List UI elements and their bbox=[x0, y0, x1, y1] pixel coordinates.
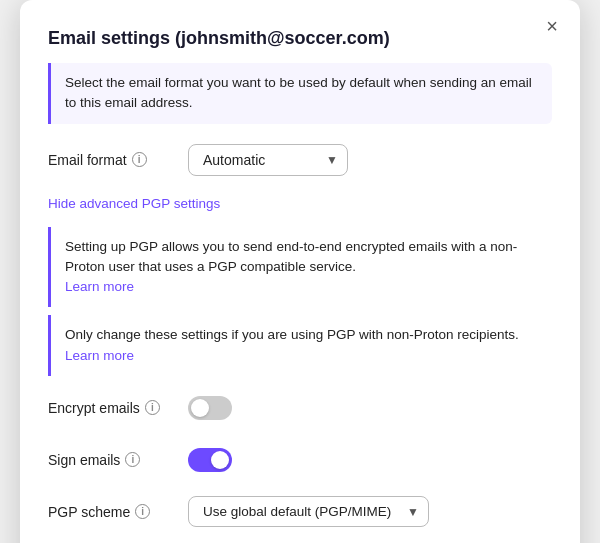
email-format-select[interactable]: Automatic Plain text HTML bbox=[188, 144, 348, 176]
pgp-scheme-label-text: PGP scheme bbox=[48, 504, 130, 520]
pgp-scheme-label: PGP scheme i bbox=[48, 504, 188, 520]
encrypt-emails-info-icon[interactable]: i bbox=[145, 400, 160, 415]
encrypt-emails-row: Encrypt emails i bbox=[48, 390, 552, 426]
pgp-learn-more-2-link[interactable]: Learn more bbox=[65, 348, 134, 363]
email-format-label-text: Email format bbox=[48, 152, 127, 168]
encrypt-emails-label: Encrypt emails i bbox=[48, 400, 188, 416]
sign-emails-label: Sign emails i bbox=[48, 452, 188, 468]
dialog-title: Email settings (johnsmith@soccer.com) bbox=[48, 28, 552, 49]
pgp-scheme-row: PGP scheme i Use global default (PGP/MIM… bbox=[48, 494, 552, 530]
sign-emails-toggle[interactable] bbox=[188, 448, 232, 472]
pgp-info-box-2: Only change these settings if you are us… bbox=[48, 315, 552, 376]
encrypt-emails-label-text: Encrypt emails bbox=[48, 400, 140, 416]
sign-emails-row: Sign emails i bbox=[48, 442, 552, 478]
pgp-scheme-select-wrap: Use global default (PGP/MIME) PGP/MIME P… bbox=[188, 496, 429, 527]
sign-emails-toggle-track bbox=[188, 448, 232, 472]
encrypt-emails-toggle[interactable] bbox=[188, 396, 232, 420]
email-format-info-icon[interactable]: i bbox=[132, 152, 147, 167]
email-format-select-wrap: Automatic Plain text HTML ▼ bbox=[188, 144, 348, 176]
pgp-info-box-1-text: Setting up PGP allows you to send end-to… bbox=[65, 239, 517, 274]
hide-pgp-settings-link[interactable]: Hide advanced PGP settings bbox=[48, 196, 220, 211]
info-box-text: Select the email format you want to be u… bbox=[65, 75, 532, 110]
encrypt-emails-toggle-thumb bbox=[191, 399, 209, 417]
pgp-info-box-1: Setting up PGP allows you to send end-to… bbox=[48, 227, 552, 308]
sign-emails-toggle-thumb bbox=[211, 451, 229, 469]
pgp-scheme-select[interactable]: Use global default (PGP/MIME) PGP/MIME P… bbox=[188, 496, 429, 527]
email-settings-dialog: × Email settings (johnsmith@soccer.com) … bbox=[20, 0, 580, 543]
pgp-learn-more-1-link[interactable]: Learn more bbox=[65, 279, 134, 294]
encrypt-emails-toggle-track bbox=[188, 396, 232, 420]
pgp-scheme-info-icon[interactable]: i bbox=[135, 504, 150, 519]
sign-emails-label-text: Sign emails bbox=[48, 452, 120, 468]
pgp-info-box-2-text: Only change these settings if you are us… bbox=[65, 327, 519, 342]
close-button[interactable]: × bbox=[540, 14, 564, 38]
sign-emails-info-icon[interactable]: i bbox=[125, 452, 140, 467]
email-format-row: Email format i Automatic Plain text HTML… bbox=[48, 142, 552, 178]
email-format-label: Email format i bbox=[48, 152, 188, 168]
info-box: Select the email format you want to be u… bbox=[48, 63, 552, 124]
